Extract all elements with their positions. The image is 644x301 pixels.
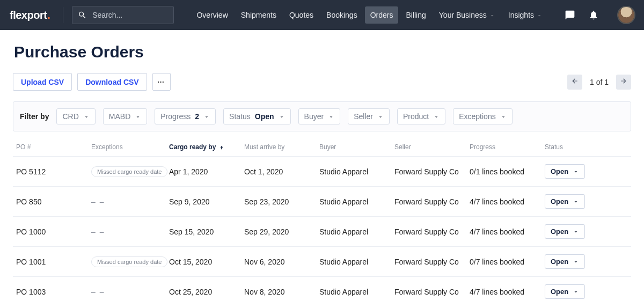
cell-exceptions: – – (91, 227, 169, 236)
next-page-button[interactable] (616, 75, 631, 90)
chevron-down-icon (433, 113, 440, 120)
status-dropdown[interactable]: Open (545, 164, 585, 179)
chevron-down-icon (573, 168, 579, 175)
brand-logo[interactable]: flexport . (10, 9, 50, 21)
avatar[interactable] (618, 7, 634, 23)
filter-chip-product[interactable]: Product (397, 108, 445, 124)
cell-seller: Forward Supply Co (394, 167, 470, 176)
pagination-label: 1 of 1 (590, 78, 609, 86)
filter-chip-label: CRD (62, 112, 78, 121)
search-input[interactable] (92, 11, 168, 19)
chevron-down-icon (573, 229, 579, 235)
filter-chip-exceptions[interactable]: Exceptions (453, 108, 512, 124)
filter-chip-crd[interactable]: CRD (56, 108, 95, 124)
filter-chip-status[interactable]: StatusOpen (223, 108, 290, 124)
filter-by-label: Filter by (20, 112, 49, 121)
cell-progress: 0/7 lines booked (470, 258, 545, 266)
chevron-down-icon (573, 289, 579, 295)
chevron-down-icon (536, 12, 543, 18)
table-row[interactable]: PO 5112Missed cargo ready dateApr 1, 202… (13, 156, 631, 186)
col-progress[interactable]: Progress (470, 143, 545, 151)
nav-item-orders[interactable]: Orders (365, 6, 399, 24)
cell-exceptions: – – (91, 197, 169, 206)
filter-chip-progress[interactable]: Progress2 (155, 108, 216, 124)
col-must-arrive[interactable]: Must arrive by (244, 143, 319, 151)
filter-chip-mabd[interactable]: MABD (103, 108, 147, 124)
status-dropdown[interactable]: Open (545, 194, 585, 209)
cell-status: Open (545, 224, 604, 239)
filter-chip-label: Buyer (304, 112, 324, 121)
cell-cargo-ready: Oct 15, 2020 (169, 258, 244, 266)
status-label: Open (551, 197, 568, 205)
cell-seller: Forward Supply Co (394, 227, 470, 236)
filter-bar: Filter by CRDMABDProgress2StatusOpenBuye… (13, 101, 631, 131)
cell-po: PO 1001 (16, 258, 91, 266)
upload-csv-button[interactable]: Upload CSV (13, 73, 72, 91)
exception-badge: Missed cargo ready date (91, 256, 167, 267)
chevron-down-icon (573, 259, 579, 265)
divider (63, 7, 63, 23)
download-csv-button[interactable]: Download CSV (77, 73, 147, 91)
col-cargo-ready-label: Cargo ready by (169, 143, 216, 151)
topbar-actions (565, 7, 634, 23)
status-dropdown[interactable]: Open (545, 254, 585, 269)
filter-chip-label: Seller (354, 112, 373, 121)
table-row[interactable]: PO 1000– –Sep 15, 2020Sep 29, 2020Studio… (13, 216, 631, 246)
brand-name: flexport (10, 9, 47, 21)
col-cargo-ready[interactable]: Cargo ready by (169, 143, 244, 151)
col-seller[interactable]: Seller (394, 143, 470, 151)
search-box[interactable] (72, 6, 174, 24)
col-status[interactable]: Status (545, 143, 604, 151)
nav-item-label: Billing (406, 11, 426, 19)
chat-icon[interactable] (565, 10, 575, 20)
no-exception-placeholder: – – (91, 227, 105, 236)
filter-chip-label: Exceptions (459, 112, 495, 121)
filter-chip-seller[interactable]: Seller (348, 108, 390, 124)
status-label: Open (551, 288, 568, 296)
col-exceptions[interactable]: Exceptions (91, 143, 169, 151)
cell-progress: 4/7 lines booked (470, 197, 545, 206)
status-dropdown[interactable]: Open (545, 284, 585, 299)
more-actions-button[interactable]: ⋯ (152, 73, 171, 91)
chevron-down-icon (500, 113, 507, 120)
filter-chip-label: MABD (109, 112, 130, 121)
table-row[interactable]: PO 1001Missed cargo ready dateOct 15, 20… (13, 246, 631, 276)
col-buyer[interactable]: Buyer (319, 143, 394, 151)
no-exception-placeholder: – – (91, 197, 105, 206)
status-label: Open (551, 258, 568, 266)
chevron-down-icon (573, 199, 579, 205)
status-label: Open (551, 227, 568, 236)
toolbar-left: Upload CSV Download CSV ⋯ (13, 73, 171, 91)
bell-icon[interactable] (588, 10, 599, 20)
no-exception-placeholder: – – (91, 288, 105, 296)
primary-nav: OverviewShipmentsQuotesBookingsOrdersBil… (191, 6, 548, 24)
table-row[interactable]: PO 850– –Sep 9, 2020Sep 23, 2020Studio A… (13, 186, 631, 216)
nav-item-billing[interactable]: Billing (400, 6, 431, 24)
cell-cargo-ready: Apr 1, 2020 (169, 167, 244, 176)
chevron-down-icon (83, 113, 90, 120)
cell-po: PO 5112 (16, 167, 91, 176)
col-po[interactable]: PO # (16, 143, 91, 151)
status-dropdown[interactable]: Open (545, 224, 585, 239)
cell-buyer: Studio Apparel (319, 197, 394, 206)
cell-status: Open (545, 164, 604, 179)
prev-page-button[interactable] (567, 75, 582, 90)
nav-item-label: Insights (508, 11, 534, 19)
cell-buyer: Studio Apparel (319, 288, 394, 296)
nav-item-your-business[interactable]: Your Business (434, 6, 501, 24)
nav-item-shipments[interactable]: Shipments (236, 6, 282, 24)
filter-chip-label: Progress (160, 112, 191, 121)
nav-item-overview[interactable]: Overview (191, 6, 233, 24)
filter-chip-buyer[interactable]: Buyer (298, 108, 341, 124)
cell-progress: 0/1 lines booked (470, 167, 545, 176)
chevron-down-icon (377, 113, 384, 120)
cell-exceptions: – – (91, 288, 169, 296)
filter-chip-label: Status (229, 112, 251, 121)
cell-po: PO 850 (16, 197, 91, 206)
table-row[interactable]: PO 1003– –Oct 25, 2020Nov 8, 2020Studio … (13, 276, 631, 301)
cell-po: PO 1000 (16, 227, 91, 236)
sort-asc-icon (219, 144, 224, 150)
nav-item-quotes[interactable]: Quotes (284, 6, 319, 24)
nav-item-bookings[interactable]: Bookings (321, 6, 363, 24)
nav-item-insights[interactable]: Insights (503, 6, 548, 24)
